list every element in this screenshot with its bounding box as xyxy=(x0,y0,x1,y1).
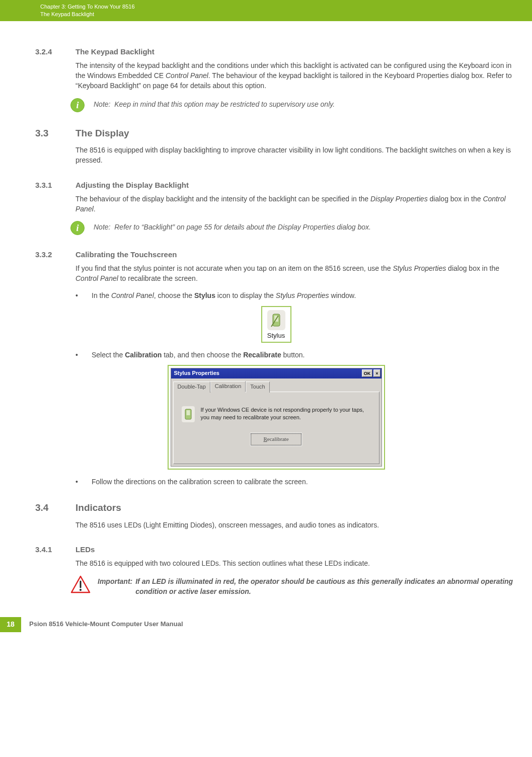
term-display-properties: Display Properties xyxy=(370,195,428,203)
footer-title: Psion 8516 Vehicle-Mount Computer User M… xyxy=(21,620,183,629)
section-title: Calibrating the Touchscreen xyxy=(75,249,177,260)
note-text: Keep in mind that this option may be res… xyxy=(114,100,335,108)
recalibrate-rest: ecalibrate xyxy=(267,436,289,442)
paragraph: The intensity of the keypad backlight an… xyxy=(35,60,517,91)
recalibrate-button[interactable]: Recalibrate xyxy=(251,433,301,445)
header-chapter-line: Chapter 3: Getting To Know Your 8516 xyxy=(40,3,532,11)
section-3-3: 3.3 The Display The 8516 is equipped wit… xyxy=(35,126,517,166)
term-calibration-bold: Calibration xyxy=(125,351,162,359)
section-number: 3.3 xyxy=(35,126,75,140)
section-number: 3.3.2 xyxy=(35,249,75,260)
dialog-title: Stylus Properties xyxy=(174,369,219,377)
term-control-panel: Control Panel xyxy=(75,274,118,282)
paragraph: The 8516 is equipped with two coloured L… xyxy=(35,558,517,568)
tab-double-tap[interactable]: Double-Tap xyxy=(173,382,210,393)
recalibrate-mnemonic: R xyxy=(263,436,267,442)
paragraph: If you find that the stylus pointer is n… xyxy=(35,263,517,284)
bullet-marker: • xyxy=(75,350,92,360)
paragraph: The 8516 is equipped with display backli… xyxy=(35,145,517,166)
close-button[interactable]: × xyxy=(373,369,380,377)
page-footer: 18 Psion 8516 Vehicle-Mount Computer Use… xyxy=(0,617,532,632)
note-block: i Note: Keep in mind that this option ma… xyxy=(35,98,517,112)
bullet-marker: • xyxy=(75,477,92,487)
page-number: 18 xyxy=(0,617,21,632)
note-label: Note: xyxy=(94,100,110,108)
text: Follow the directions on the calibration… xyxy=(92,477,308,487)
section-title: LEDs xyxy=(75,544,95,555)
term-control-panel: Control Panel xyxy=(166,71,208,80)
text: If you find that the stylus pointer is n… xyxy=(75,264,393,272)
dialog-tabpanel: If your Windows CE device is not respond… xyxy=(173,392,379,464)
tab-calibration[interactable]: Calibration xyxy=(210,381,246,392)
text: to recalibrate the screen. xyxy=(118,274,198,282)
section-title: Adjusting the Display Backlight xyxy=(75,180,189,191)
bullet-item: • In the Control Panel, choose the Stylu… xyxy=(35,290,517,300)
tab-touch[interactable]: Touch xyxy=(246,382,269,393)
text: In the xyxy=(92,291,111,299)
term-recalibrate-bold: Recalibrate xyxy=(243,351,281,359)
dialog-tabbar: Double-Tap Calibration Touch xyxy=(171,378,382,392)
section-3-4: 3.4 Indicators The 8516 uses LEDs (Light… xyxy=(35,501,517,530)
info-icon: i xyxy=(70,98,85,112)
stylus-icon-label: Stylus xyxy=(267,331,285,341)
section-3-3-1: 3.3.1 Adjusting the Display Backlight Th… xyxy=(35,180,517,235)
section-title: The Display xyxy=(75,126,129,140)
term-stylus-properties: Stylus Properties xyxy=(393,264,446,272)
text: tab, and then choose the xyxy=(162,351,243,359)
dialog-figure: Stylus Properties OK × Double-Tap Calibr… xyxy=(35,365,517,470)
bullet-item: • Follow the directions on the calibrati… xyxy=(35,477,517,487)
important-text: If an LED is illuminated in red, the ope… xyxy=(135,576,517,597)
stylus-icon-figure: Stylus xyxy=(35,306,517,343)
term-stylus-properties: Stylus Properties xyxy=(276,291,329,299)
paragraph: The behaviour of the display backlight a… xyxy=(35,194,517,214)
section-title: The Keypad Backlight xyxy=(75,46,155,57)
text: icon to display the xyxy=(215,291,276,299)
stylus-icon xyxy=(267,310,285,330)
bullet-item: • Select the Calibration tab, and then c… xyxy=(35,350,517,360)
text: , choose the xyxy=(154,291,194,299)
dialog-titlebar: Stylus Properties OK × xyxy=(171,368,382,378)
important-block: Important: If an LED is illuminated in r… xyxy=(35,575,517,597)
text: dialog box in the xyxy=(446,264,499,272)
page-content: 3.2.4 The Keypad Backlight The intensity… xyxy=(0,21,532,597)
warning-icon xyxy=(70,575,91,593)
paragraph: The 8516 uses LEDs (Light Emitting Diode… xyxy=(35,520,517,530)
info-icon: i xyxy=(70,221,85,235)
note-block: i Note: Refer to “Backlight” on page 55 … xyxy=(35,221,517,235)
section-3-2-4: 3.2.4 The Keypad Backlight The intensity… xyxy=(35,46,517,112)
dialog-message: If your Windows CE device is not respond… xyxy=(201,406,371,421)
text: button. xyxy=(281,351,305,359)
section-title: Indicators xyxy=(75,501,121,515)
section-3-3-2: 3.3.2 Calibrating the Touchscreen If you… xyxy=(35,249,517,487)
section-3-4-1: 3.4.1 LEDs The 8516 is equipped with two… xyxy=(35,544,517,597)
text: Select the xyxy=(92,351,125,359)
stylus-small-icon xyxy=(182,406,195,422)
term-stylus-bold: Stylus xyxy=(194,291,215,299)
section-number: 3.3.1 xyxy=(35,180,75,191)
header-subtitle: The Keypad Backlight xyxy=(40,11,532,18)
section-number: 3.2.4 xyxy=(35,46,75,57)
header-bar: Chapter 3: Getting To Know Your 8516 The… xyxy=(0,0,532,21)
section-number: 3.4 xyxy=(35,501,75,515)
text: window. xyxy=(329,291,356,299)
svg-point-7 xyxy=(80,589,82,591)
text: dialog box in the xyxy=(428,195,483,203)
stylus-properties-dialog: Stylus Properties OK × Double-Tap Calibr… xyxy=(171,368,382,467)
section-number: 3.4.1 xyxy=(35,544,75,555)
svg-rect-4 xyxy=(186,410,190,415)
text: . xyxy=(94,205,96,213)
note-label: Note: xyxy=(94,223,110,231)
term-control-panel: Control Panel xyxy=(111,291,154,299)
bullet-marker: • xyxy=(75,290,92,300)
note-text: Refer to “Backlight” on page 55 for deta… xyxy=(114,223,371,231)
text: The behaviour of the display backlight a… xyxy=(75,195,370,203)
important-label: Important: xyxy=(98,576,132,597)
ok-button[interactable]: OK xyxy=(362,369,373,377)
stylus-icon-box: Stylus xyxy=(261,306,291,343)
